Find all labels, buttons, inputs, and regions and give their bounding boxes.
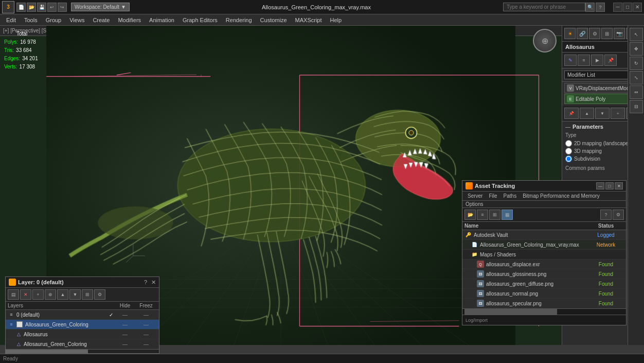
lp-arrow-up[interactable]: ▲	[57, 289, 68, 300]
menu-edit[interactable]: Edit	[2, 16, 20, 24]
rp-icon-4[interactable]: ⊞	[601, 28, 613, 39]
asset-row-vault[interactable]: 🔑 Autodesk Vault Logged	[462, 230, 626, 240]
move-tool[interactable]: ✥	[630, 42, 643, 56]
close-button[interactable]: ✕	[633, 3, 642, 12]
ap-tb-settings[interactable]: ⚙	[613, 210, 624, 220]
menu-animation[interactable]: Animation	[145, 16, 178, 24]
layer-scrollbar[interactable]	[6, 349, 159, 353]
asset-row-specular[interactable]: 🖼 allosaurus_specular.png Found	[462, 299, 626, 308]
asset-specular-status: Found	[588, 301, 624, 306]
asset-glossiness-name: allosaurus_glossiness.png	[486, 271, 588, 277]
rp-icon-2[interactable]: 🔗	[577, 28, 588, 39]
asset-row-diffuse[interactable]: 🖼 allosaurus_green_diffuse.png Found	[462, 279, 626, 289]
ap-menu-server[interactable]: Server	[464, 193, 486, 199]
rotate-tool[interactable]: ↻	[630, 57, 643, 70]
layer-row-allosaurus-obj[interactable]: △ Allosaurus — —	[6, 330, 159, 339]
menu-group[interactable]: Group	[42, 16, 66, 24]
scale-tool[interactable]: ⤡	[630, 71, 643, 84]
ap-menu-file[interactable]: File	[486, 193, 500, 199]
layer-panel-help[interactable]: ?	[144, 279, 147, 285]
ap-menu-paths[interactable]: Paths	[500, 193, 520, 199]
asset-scrollbar[interactable]	[462, 308, 626, 315]
verts-label: Verts:	[4, 63, 17, 71]
asset-panel-close[interactable]: ✕	[615, 182, 623, 189]
select-tool[interactable]: ↖	[630, 28, 643, 41]
undo-button[interactable]: ↩	[47, 3, 57, 12]
asset-panel-minimize[interactable]: —	[596, 182, 604, 189]
layer-row-allosaurus[interactable]: ≡ Allosaurus_Green_Coloring — —	[6, 320, 159, 330]
asset-row-maxfile[interactable]: 📄 Allosaurus_Green_Coloring_max_vray.max…	[462, 240, 626, 250]
lp-layer-btn[interactable]: ▤	[8, 289, 19, 300]
search-input[interactable]	[503, 3, 585, 11]
menu-modifiers[interactable]: Modifiers	[114, 16, 145, 24]
layer-default-hide: —	[115, 312, 135, 318]
menu-views[interactable]: Views	[65, 16, 88, 24]
layer-allosaurus-freeze: —	[135, 322, 157, 327]
menu-create[interactable]: Create	[88, 16, 114, 24]
menu-graph-editors[interactable]: Graph Editors	[178, 16, 222, 24]
mod-up-btn[interactable]: ▲	[580, 108, 594, 119]
layer-allosaurus-name: Allosaurus_Green_Coloring	[25, 322, 88, 327]
rp-icon-1[interactable]: ☀	[564, 28, 576, 39]
help-icon[interactable]: ?	[596, 3, 605, 12]
ap-options-menu[interactable]: Options	[462, 201, 626, 208]
maximize-button[interactable]: □	[623, 3, 632, 12]
ap-menu-bitmap[interactable]: Bitmap Performance and Memory	[520, 193, 603, 199]
menu-maxscript[interactable]: MAXScript	[291, 16, 326, 24]
layer-row-allosaurus-green[interactable]: △ Allosaurus_Green_Coloring — —	[6, 339, 159, 349]
search-icon[interactable]: 🔍	[585, 3, 595, 12]
asset-row-displace[interactable]: Q allosaurus_displace.exr Found	[462, 260, 626, 269]
asset-row-glossiness[interactable]: 🖼 allosaurus_glossiness.png Found	[462, 269, 626, 279]
params-collapse[interactable]: —	[565, 124, 570, 130]
lp-settings-btn[interactable]: ⚙	[94, 289, 105, 300]
modifier-btn-2[interactable]: ≡	[578, 55, 590, 66]
rp-icon-5[interactable]: 📷	[614, 28, 625, 39]
type-3d-radio[interactable]	[565, 148, 572, 154]
menu-bar: Edit Tools Group Views Create Modifiers …	[0, 14, 644, 26]
asset-row-maps[interactable]: 📁 Maps / Shaders	[462, 250, 626, 260]
layer-columns-header: Layers Hide Freez	[6, 302, 159, 310]
ap-tb-icon3[interactable]: ⊞	[489, 210, 500, 220]
open-button[interactable]: 📂	[27, 3, 36, 12]
lp-add2-btn[interactable]: ⊕	[45, 289, 56, 300]
minimize-button[interactable]: ─	[613, 3, 622, 12]
layer-allosaurus-checkbox[interactable]	[16, 321, 23, 327]
lp-arrow-dn[interactable]: ▼	[69, 289, 81, 300]
asset-normal-name: allosaurus_normal.png	[486, 291, 588, 297]
modifier-btn-1[interactable]: ✎	[564, 55, 577, 66]
align-tool[interactable]: ⊟	[630, 100, 643, 113]
menu-help[interactable]: Help	[326, 16, 346, 24]
redo-button[interactable]: ↪	[58, 3, 67, 12]
rp-icon-3[interactable]: ⚙	[589, 28, 600, 39]
new-button[interactable]: 📄	[16, 3, 26, 12]
ap-tb-icon4[interactable]: ▦	[502, 210, 513, 220]
type-subdivision-radio[interactable]	[565, 155, 572, 162]
mod-down-btn[interactable]: ▼	[595, 108, 610, 119]
lp-delete-btn[interactable]: ✕	[20, 289, 31, 300]
workspace-selector[interactable]: Workspace: Default ▼	[71, 3, 130, 11]
menu-customize[interactable]: Customize	[256, 16, 291, 24]
mirror-tool[interactable]: ⇔	[630, 85, 643, 99]
lp-merge-btn[interactable]: ⊞	[82, 289, 93, 300]
lp-add-btn[interactable]: +	[32, 289, 44, 300]
asset-maps-name: Maps / Shaders	[480, 252, 588, 257]
modifier-epoly-name: Editable Poly	[576, 96, 605, 102]
type-2d-radio[interactable]	[565, 140, 572, 147]
ap-tb-help[interactable]: ?	[600, 210, 612, 220]
menu-tools[interactable]: Tools	[20, 16, 42, 24]
layer-allosaurus-obj-icon: △	[15, 331, 22, 338]
layer-allosaurus-hide: —	[115, 322, 135, 327]
mod-pin-btn[interactable]: 📌	[564, 108, 579, 119]
asset-row-normal[interactable]: 🖼 allosaurus_normal.png Found	[462, 289, 626, 299]
layer-row-default[interactable]: ≡ 0 (default) ✓ — —	[6, 310, 159, 320]
ap-tb-icon2[interactable]: ≡	[477, 210, 488, 220]
ap-tb-icon1[interactable]: 📂	[464, 210, 476, 220]
layer-panel-close[interactable]: ✕	[151, 279, 156, 286]
modifier-btn-3[interactable]: ▶	[591, 55, 603, 66]
modifier-btn-4[interactable]: 📌	[604, 55, 617, 66]
window-controls: ─ □ ✕	[613, 3, 642, 12]
save-button[interactable]: 💾	[37, 3, 46, 12]
asset-panel-maximize[interactable]: □	[605, 182, 614, 189]
mod-add-btn[interactable]: +	[611, 108, 625, 119]
menu-rendering[interactable]: Rendering	[222, 16, 256, 24]
